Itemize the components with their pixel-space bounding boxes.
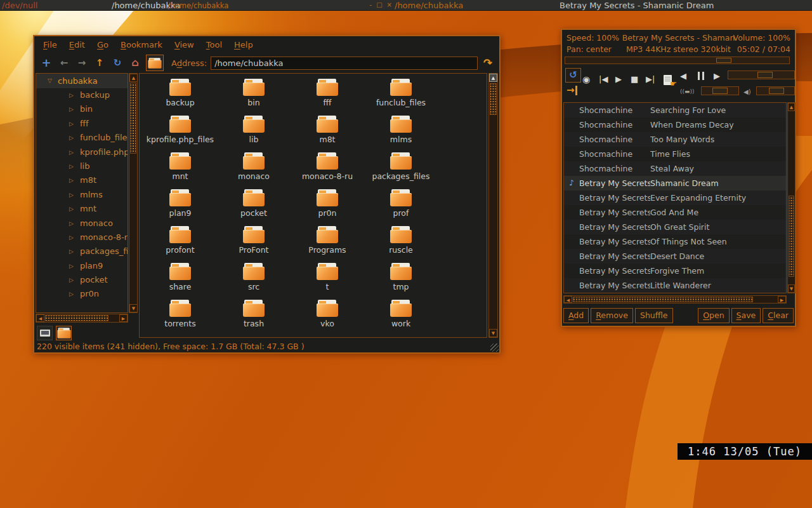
folder-item[interactable]: pr0n bbox=[291, 189, 364, 226]
tree-root-chubakka[interactable]: ▽ chubakka bbox=[36, 74, 128, 88]
playlist-button[interactable]: Clear bbox=[763, 308, 794, 323]
forward-icon[interactable]: → bbox=[75, 56, 89, 70]
folder-item[interactable]: funclub_files bbox=[364, 79, 438, 116]
tree-expander-closed-icon[interactable]: ▷ bbox=[69, 159, 74, 173]
folder-item[interactable]: t bbox=[291, 263, 364, 300]
folder-item[interactable]: pocket bbox=[217, 189, 291, 226]
folder-item[interactable]: prof bbox=[364, 189, 438, 226]
playlist-button[interactable]: Shuffle bbox=[635, 308, 673, 323]
tree-expander-closed-icon[interactable]: ▷ bbox=[69, 217, 74, 231]
tree-expander-closed-icon[interactable]: ▷ bbox=[69, 231, 74, 244]
playlist-row[interactable]: ♪ Betray My Secrets Little Wanderer bbox=[564, 278, 786, 293]
scroll-down-icon[interactable]: ▼ bbox=[129, 304, 138, 312]
playlist-row[interactable]: ♪ Betray My Secrets Oh Great Spirit bbox=[564, 220, 786, 234]
tree-expander-closed-icon[interactable]: ▷ bbox=[69, 273, 74, 287]
folder-item[interactable]: kprofile.php_files bbox=[143, 116, 217, 152]
next-icon[interactable]: ▶| bbox=[646, 73, 655, 86]
folder-item[interactable]: trash bbox=[217, 300, 291, 337]
tree-item[interactable]: ▷ pocket bbox=[36, 273, 128, 287]
playlist-row[interactable]: ♪ Shocmachine Steal Away bbox=[564, 161, 786, 176]
folder-item[interactable]: profont bbox=[143, 226, 217, 263]
tree-scrollbar[interactable]: ▲ ▼ bbox=[129, 73, 138, 313]
playlist-row[interactable]: ♪ Betray My Secrets Desert Dance bbox=[564, 249, 786, 264]
scroll-left-icon[interactable]: ◀ bbox=[564, 296, 572, 303]
folder-item[interactable]: backup bbox=[143, 79, 217, 116]
tree-item[interactable]: ▷ pr0n bbox=[36, 287, 128, 301]
tree-expander-closed-icon[interactable]: ▷ bbox=[69, 131, 74, 145]
folder-item[interactable]: mlms bbox=[364, 116, 438, 152]
scroll-down-icon[interactable]: ▼ bbox=[788, 284, 795, 293]
folder-item[interactable]: mnt bbox=[143, 152, 217, 189]
scroll-down-icon[interactable]: ▼ bbox=[489, 329, 497, 337]
refresh-icon[interactable]: ↻ bbox=[110, 56, 124, 70]
tree-item[interactable]: ▷ lib bbox=[36, 159, 128, 173]
folder-item[interactable]: ProFont bbox=[217, 226, 291, 263]
open-folder-button[interactable] bbox=[146, 55, 164, 71]
tree-hscrollbar[interactable]: ◀ ▶ bbox=[36, 314, 128, 323]
tree-item[interactable]: ▷ funclub_files bbox=[36, 131, 128, 145]
tree-item[interactable]: ▷ plan9 bbox=[36, 259, 128, 273]
folder-item[interactable]: Programs bbox=[291, 226, 364, 263]
volume-slider[interactable] bbox=[756, 86, 795, 95]
folder-item[interactable]: share bbox=[143, 263, 217, 300]
tree-expander-closed-icon[interactable]: ▷ bbox=[69, 244, 74, 258]
back-icon[interactable]: ← bbox=[57, 56, 71, 70]
folder-pane-button[interactable] bbox=[56, 326, 72, 340]
record-icon[interactable]: ◉ bbox=[582, 73, 590, 86]
playlist-row[interactable]: ♪ Shocmachine Searching For Love bbox=[564, 103, 786, 117]
playlist-vscrollbar-thumb[interactable] bbox=[789, 196, 794, 277]
menu-item[interactable]: Edit bbox=[69, 40, 85, 50]
folder-item[interactable]: vko bbox=[291, 300, 364, 337]
tree-expander-closed-icon[interactable]: ▷ bbox=[69, 202, 74, 216]
playlist-editor-icon[interactable]: ☛ bbox=[664, 75, 672, 85]
playlist-row[interactable]: ♪ Betray My Secrets Forgive Them bbox=[564, 264, 786, 278]
seek-handle[interactable] bbox=[716, 58, 731, 63]
folder-item[interactable]: tmp bbox=[364, 263, 438, 300]
minimize-icon[interactable]: - bbox=[370, 1, 372, 8]
tree-expander-closed-icon[interactable]: ▷ bbox=[69, 102, 74, 116]
rewind-icon[interactable]: ◀ bbox=[680, 70, 686, 83]
folder-item[interactable]: work bbox=[364, 300, 438, 337]
playlist-vscrollbar[interactable]: ▲ ▼ bbox=[787, 102, 796, 293]
tree-scrollbar-thumb[interactable] bbox=[130, 83, 136, 154]
tree-item[interactable]: ▷ monaco bbox=[36, 217, 128, 231]
playlist-hscrollbar-thumb[interactable] bbox=[573, 297, 753, 302]
volume-slider-handle[interactable] bbox=[769, 88, 784, 94]
view-scrollbar[interactable]: ▲ ▼ bbox=[488, 73, 498, 338]
scroll-up-icon[interactable]: ▲ bbox=[788, 103, 795, 111]
balance-slider[interactable] bbox=[701, 86, 739, 95]
tree-item[interactable]: ▷ mlms bbox=[36, 188, 128, 202]
tree-expander-closed-icon[interactable]: ▷ bbox=[69, 173, 74, 187]
scroll-left-icon[interactable]: ◀ bbox=[36, 314, 44, 322]
fast-forward-icon[interactable]: ▶ bbox=[714, 70, 720, 83]
folder-item[interactable]: torrents bbox=[143, 300, 217, 337]
menu-item[interactable]: View bbox=[174, 40, 194, 50]
balance-slider-handle[interactable] bbox=[712, 88, 728, 94]
previous-icon[interactable]: |◀ bbox=[599, 73, 608, 86]
playlist-button[interactable]: Save bbox=[731, 308, 761, 323]
folder-item[interactable]: m8t bbox=[291, 116, 364, 152]
view-scrollbar-thumb[interactable] bbox=[490, 83, 497, 115]
folder-item[interactable]: bin bbox=[217, 79, 291, 116]
tree-item[interactable]: ▷ backup bbox=[36, 88, 128, 102]
playlist-button[interactable]: Open bbox=[698, 308, 729, 323]
up-icon[interactable]: ↑ bbox=[93, 56, 107, 70]
tree-item[interactable]: ▷ monaco-8-ru bbox=[36, 231, 128, 244]
folder-item[interactable]: src bbox=[217, 263, 291, 300]
playlist-row[interactable]: ♪ Betray My Secrets God And Me bbox=[564, 205, 786, 220]
menu-item[interactable]: Go bbox=[97, 40, 108, 50]
desktop-pane-button[interactable] bbox=[37, 326, 53, 340]
seek-bar[interactable] bbox=[565, 57, 790, 64]
playlist-button[interactable]: Add bbox=[563, 308, 589, 323]
tree-expander-closed-icon[interactable]: ▷ bbox=[69, 188, 74, 202]
folder-item[interactable]: fff bbox=[291, 79, 364, 116]
tree-item[interactable]: ▷ m8t bbox=[36, 173, 128, 187]
new-tab-icon[interactable]: + bbox=[39, 56, 53, 70]
tree-expander-closed-icon[interactable]: ▷ bbox=[69, 117, 74, 131]
tree-item[interactable]: ▷ fff bbox=[36, 117, 128, 131]
repeat-button[interactable]: ↺ bbox=[565, 68, 581, 83]
folder-item[interactable]: plan9 bbox=[143, 189, 217, 226]
playlist-row[interactable]: ♪ Shocmachine When Dreams Decay bbox=[564, 117, 786, 132]
tree-item[interactable]: ▷ mnt bbox=[36, 202, 128, 216]
tree-item[interactable]: ▷ bin bbox=[36, 102, 128, 116]
